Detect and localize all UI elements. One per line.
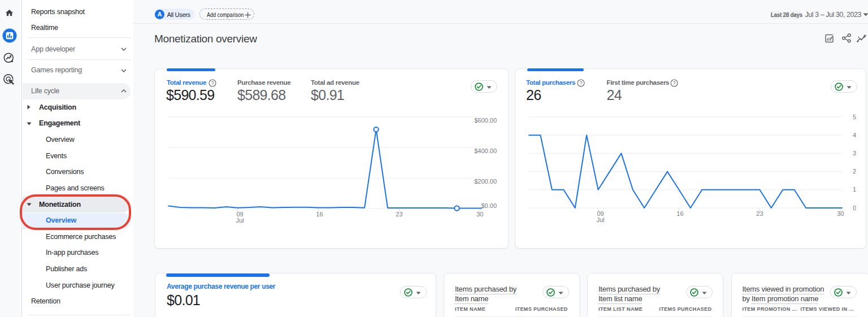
- svg-text:$200.00: $200.00: [474, 178, 497, 185]
- svg-text:16: 16: [676, 210, 683, 217]
- svg-text:4: 4: [853, 132, 856, 138]
- svg-text:Jul: Jul: [596, 216, 604, 223]
- svg-text:23: 23: [756, 210, 763, 217]
- svg-text:5: 5: [853, 114, 856, 120]
- svg-text:$400.00: $400.00: [474, 147, 497, 154]
- svg-text:$600.00: $600.00: [474, 117, 497, 124]
- svg-text:30: 30: [476, 211, 483, 218]
- svg-text:1: 1: [853, 186, 856, 193]
- svg-text:30: 30: [837, 210, 844, 217]
- svg-text:Jul: Jul: [236, 217, 244, 224]
- svg-text:23: 23: [396, 211, 402, 218]
- svg-text:$0.00: $0.00: [481, 202, 497, 209]
- svg-text:0: 0: [853, 205, 856, 211]
- svg-text:16: 16: [316, 211, 323, 218]
- svg-text:3: 3: [853, 150, 856, 157]
- svg-text:2: 2: [853, 168, 856, 175]
